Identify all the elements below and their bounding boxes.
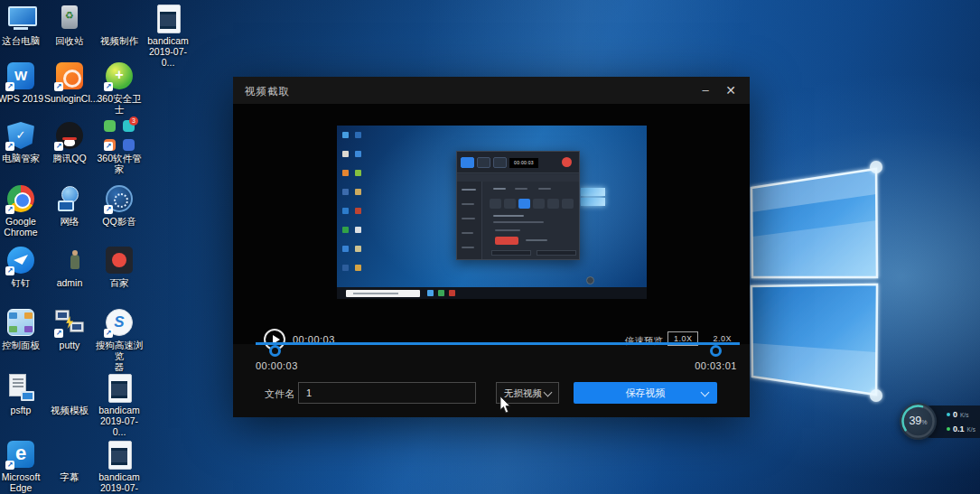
preview-wallpaper-logo	[581, 198, 605, 206]
desktop-icon-sunlogin-client[interactable]: ↗SunloginCl...	[44, 61, 95, 104]
preview-record-button	[562, 157, 572, 167]
desktop-icon-dingtalk[interactable]: ↗钉钉	[0, 245, 46, 288]
icon-label: QQ影音	[94, 216, 145, 227]
icon-label: bandicam2019-07-0...	[94, 471, 145, 494]
memory-percent-ball[interactable]: 39%	[900, 403, 937, 440]
admin-folder-icon	[54, 245, 85, 275]
desktop-icon-qq-player[interactable]: ↗QQ影音	[94, 183, 145, 227]
icon-label: 网络	[44, 216, 95, 227]
bandicam-file-1-icon	[153, 3, 183, 33]
video-preview-frame[interactable]: 00:00:03	[337, 126, 647, 299]
speed-preview-label: 倍速预览	[625, 335, 663, 348]
speed-unit: K/s	[967, 426, 975, 433]
timeline-track[interactable]	[256, 342, 740, 345]
sunlogin-client-icon: ↗	[54, 61, 85, 91]
icon-label: putty	[44, 340, 95, 350]
icon-label: 视频模板	[44, 405, 95, 415]
preview-tool	[504, 199, 516, 209]
desktop-icon-360-safe-guard[interactable]: +↗360安全卫士	[94, 61, 145, 115]
close-button[interactable]: ✕	[717, 77, 744, 104]
preview-mini-icon	[342, 246, 349, 252]
qq-player-icon: ↗	[104, 183, 135, 214]
desktop-icon-this-pc[interactable]: 这台电脑	[0, 3, 46, 46]
desktop-icon-sogou-browser[interactable]: S↗搜狗高速浏览器	[94, 307, 145, 372]
desktop-icon-bandicam-file-1[interactable]: bandicam2019-07-0...	[143, 3, 193, 68]
icon-label: psftp	[0, 405, 46, 415]
sogou-browser-icon: S↗	[104, 307, 135, 338]
desktop-icon-wps-2019[interactable]: W↗WPS 2019	[0, 61, 46, 104]
desktop-icon-recycle-bin[interactable]: 回收站	[44, 3, 95, 46]
video-player-zone: 00:00:03	[233, 104, 750, 344]
preview-mini-icon	[342, 227, 349, 233]
chevron-down-icon	[544, 388, 553, 397]
preview-tab	[493, 157, 507, 168]
desktop-icon-putty[interactable]: ↗putty	[44, 307, 95, 350]
control-panel-icon	[5, 307, 36, 338]
icon-label: WPS 2019	[0, 93, 46, 104]
360-software-manager-icon: 3↗	[104, 120, 135, 151]
preview-search-box	[346, 290, 420, 297]
preview-taskbar-icon	[427, 290, 434, 296]
trim-end-time: 00:03:01	[695, 360, 737, 371]
preview-tool	[533, 199, 545, 209]
icon-label: GoogleChrome	[0, 216, 46, 238]
psftp-icon	[5, 372, 36, 403]
desktop-icon-network[interactable]: 网络	[44, 183, 95, 227]
preview-mini-icon	[342, 170, 349, 176]
shortcut-arrow-icon: ↗	[54, 329, 63, 338]
preview-tool	[490, 199, 501, 209]
desktop-icon-psftp[interactable]: psftp	[0, 372, 46, 415]
preview-tab	[477, 157, 490, 168]
minimize-button[interactable]: –	[692, 77, 719, 104]
speed-dot-icon	[947, 427, 950, 431]
video-production-folder-icon	[104, 3, 135, 33]
dialog-title: 视频截取	[245, 85, 290, 98]
preview-mini-icon	[355, 246, 361, 252]
shortcut-arrow-icon: ↗	[5, 205, 14, 214]
preview-menu-strip	[457, 174, 579, 182]
preview-field	[491, 250, 531, 256]
360-safe-guard-icon: +↗	[104, 61, 135, 91]
preview-mini-icon	[355, 151, 361, 157]
icon-label: 回收站	[44, 35, 95, 46]
speed-dot-icon	[947, 413, 950, 416]
shortcut-arrow-icon: ↗	[5, 461, 14, 470]
desktop-icon-baijia[interactable]: 百家	[94, 245, 145, 288]
icon-label: 腾讯QQ	[44, 153, 95, 163]
icon-label: 这台电脑	[0, 35, 46, 46]
desktop-icon-google-chrome[interactable]: ↗GoogleChrome	[0, 183, 46, 238]
desktop-icon-bandicam-file-2[interactable]: bandicam2019-07-0...	[94, 372, 145, 437]
notification-badge: 3	[129, 117, 138, 126]
baijia-icon	[104, 245, 135, 275]
desktop-icon-tencent-qq[interactable]: ↗腾讯QQ	[44, 120, 95, 163]
shortcut-arrow-icon: ↗	[104, 329, 113, 338]
shortcut-arrow-icon: ↗	[5, 142, 14, 151]
desktop-icon-video-production-folder[interactable]: 视频制作	[94, 3, 145, 46]
desktop-icon-video-template-folder[interactable]: 视频模板	[44, 372, 95, 415]
network-icon	[54, 183, 85, 214]
desktop-icon-360-software-manager[interactable]: 3↗360软件管家	[94, 120, 145, 174]
save-video-button[interactable]: 保存视频	[574, 382, 717, 404]
preview-recorder-time: 00:00:03	[509, 158, 538, 168]
preview-sidebar	[457, 182, 482, 259]
net-speed-row: 0K/s	[947, 410, 968, 419]
shortcut-arrow-icon: ↗	[104, 205, 113, 214]
dingtalk-icon: ↗	[5, 245, 36, 275]
icon-label: MicrosoftEdge	[0, 471, 46, 493]
shortcut-arrow-icon: ↗	[104, 82, 113, 91]
filename-input[interactable]	[298, 382, 476, 404]
desktop-icon-control-panel[interactable]: 控制面板	[0, 307, 46, 350]
preview-recorder-header: 00:00:03	[457, 152, 579, 173]
desktop-icon-admin-folder[interactable]: admin	[44, 245, 95, 288]
desktop-icon-microsoft-edge[interactable]: e↗MicrosoftEdge	[0, 439, 46, 493]
bandicam-file-3-icon	[104, 439, 135, 470]
preview-mini-icon	[355, 189, 361, 195]
desktop-icon-bandicam-file-3[interactable]: bandicam2019-07-0...	[94, 439, 145, 494]
trim-start-handle[interactable]	[269, 345, 281, 357]
desktop-icon-pc-manager[interactable]: ✓↗电脑管家	[0, 120, 46, 163]
wallpaper-windows-logo	[741, 126, 953, 424]
google-chrome-icon: ↗	[5, 183, 36, 214]
desktop-icon-subtitle-folder[interactable]: 字幕	[44, 439, 95, 482]
trim-end-handle[interactable]	[710, 345, 722, 357]
dialog-titlebar[interactable]: 视频截取 – ✕	[233, 77, 750, 104]
